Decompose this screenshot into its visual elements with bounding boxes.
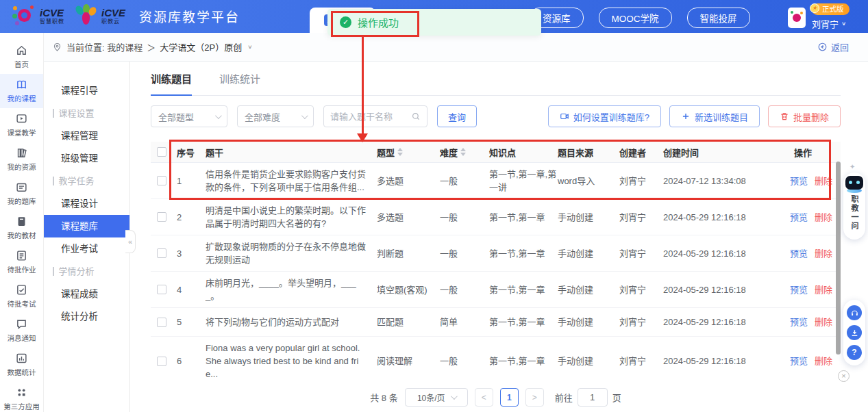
sidebar-item-label: 第三方应用: [3, 401, 40, 411]
difficulty: 一般: [440, 247, 489, 260]
submenu-collapse-handle[interactable]: «: [125, 230, 136, 253]
sidebar-item-我的课程[interactable]: 我的课程: [0, 74, 43, 108]
difficulty-select[interactable]: 全部难度: [237, 105, 314, 127]
row-checkbox[interactable]: [157, 248, 166, 258]
breadcrumb-current[interactable]: 大学语文（2P）原创: [160, 40, 242, 53]
vertical-scrollbar[interactable]: [836, 162, 841, 355]
add-training-questions-button[interactable]: 新选训练题目: [669, 105, 760, 127]
breadcrumb-separator: ＞: [147, 40, 156, 53]
row-checkbox[interactable]: [157, 176, 166, 185]
exam-icon: [16, 284, 27, 296]
download-button[interactable]: [847, 325, 862, 340]
sidebar-item-待批作业[interactable]: 待批作业: [0, 245, 43, 279]
prev-page-button[interactable]: <: [475, 388, 493, 407]
sort-caret-icon[interactable]: [397, 148, 403, 156]
next-page-button[interactable]: >: [525, 388, 544, 407]
tab-训练题目[interactable]: 训练题目: [151, 62, 192, 95]
created-time: 2024-05-29 12:16:18: [663, 283, 767, 296]
question-type: 匹配题: [377, 316, 440, 329]
delete-link[interactable]: 删除: [815, 212, 832, 222]
nav-mooc-academy[interactable]: MOOC学院: [599, 8, 672, 28]
row-checkbox[interactable]: [157, 285, 166, 294]
user-area[interactable]: ★正式版 刘宵宁∨: [788, 3, 850, 30]
row-checkbox[interactable]: [157, 212, 166, 222]
sidebar-item-label: 我的题库: [8, 196, 36, 206]
breadcrumb-bar: 当前位置: 我的课程 ＞ 大学语文（2P）原创 ∨ 返回: [44, 33, 868, 62]
sidebar-item-课堂教学[interactable]: 课堂教学: [0, 108, 43, 142]
setup-guide-button[interactable]: 如何设置训练题库?: [548, 105, 661, 127]
delete-link[interactable]: 删除: [815, 317, 832, 327]
back-button[interactable]: 返回: [817, 40, 849, 53]
submenu-item-作业考试[interactable]: 作业考试: [44, 237, 129, 260]
preview-link[interactable]: 预览: [790, 212, 808, 222]
row-checkbox[interactable]: [157, 318, 166, 327]
row-checkbox[interactable]: [157, 357, 166, 366]
logo-tagline: 职教云: [101, 19, 125, 25]
delete-link[interactable]: 删除: [815, 176, 832, 186]
goto-page-input[interactable]: [578, 388, 608, 407]
search-icon: [411, 112, 421, 121]
preview-link[interactable]: 预览: [790, 285, 808, 295]
submenu-item-课程设计[interactable]: 课程设计: [44, 192, 129, 215]
sidebar-item-数据统计[interactable]: 数据统计: [0, 348, 43, 382]
creator: 刘宵宁: [619, 175, 663, 188]
question-source: 手动创建: [558, 316, 619, 329]
tab-训练统计[interactable]: 训练统计: [219, 62, 260, 95]
submenu-item-班级管理[interactable]: 班级管理: [44, 147, 129, 170]
logo-tagline: 智慧职教: [40, 19, 64, 25]
table-actions: 如何设置训练题库? 新选训练题目 批量删除: [548, 105, 841, 127]
home-icon: [16, 44, 27, 56]
sidebar-item-首页[interactable]: 首页: [0, 40, 43, 74]
customer-service-button[interactable]: [847, 305, 862, 320]
page-size-select[interactable]: 10条/页: [405, 388, 468, 407]
question-source: 手动创建: [558, 247, 619, 260]
sidebar-item-待批考试[interactable]: 待批考试: [0, 279, 43, 313]
goto-page: 前往 页: [555, 388, 621, 407]
column-header-难度[interactable]: 难度: [440, 146, 489, 159]
submenu-item-课程管理[interactable]: 课程管理: [44, 125, 129, 147]
trash-icon: [780, 112, 789, 121]
column-header-知识点: 知识点: [489, 146, 558, 159]
medal-icon: ★: [810, 3, 819, 13]
delete-link[interactable]: 删除: [815, 248, 832, 259]
batch-delete-button[interactable]: 批量删除: [768, 105, 841, 127]
submenu-section-课程设置: 课程设置: [44, 102, 129, 125]
version-badge: ★正式版: [812, 3, 850, 15]
sidebar-item-我的教材[interactable]: 我的教材: [0, 211, 43, 245]
submenu-item-统计分析[interactable]: 统计分析: [44, 305, 129, 328]
query-button[interactable]: 查询: [437, 105, 477, 127]
preview-link[interactable]: 预览: [790, 248, 808, 259]
created-time: 2024-07-12 13:34:08: [663, 175, 767, 188]
breadcrumb-prefix[interactable]: 当前位置: 我的课程: [66, 40, 142, 53]
question-type: 多选题: [377, 211, 440, 224]
total-count: 共 8 条: [370, 391, 397, 404]
preview-link[interactable]: 预览: [790, 356, 808, 366]
question-type-select[interactable]: 全部题型: [151, 105, 227, 127]
sidebar-item-第三方应用[interactable]: 第三方应用: [0, 382, 43, 412]
submenu-item-课程引导[interactable]: 课程引导: [44, 79, 129, 102]
sidebar-item-我的题库[interactable]: 我的题库: [0, 177, 43, 211]
sidebar-item-消息通知[interactable]: 消息通知: [0, 313, 43, 348]
ai-assistant-widget[interactable]: 职教一问: [843, 172, 865, 240]
submenu-item-课程题库[interactable]: 课程题库: [44, 215, 129, 237]
preview-link[interactable]: 预览: [790, 176, 808, 186]
help-button[interactable]: ?: [847, 345, 862, 360]
delete-link[interactable]: 删除: [815, 285, 832, 295]
content-tabs: 训练题目训练统计: [151, 62, 841, 96]
stem-search-input[interactable]: [330, 112, 411, 122]
current-page-button[interactable]: 1: [500, 388, 519, 407]
close-widget-button[interactable]: ×: [838, 370, 850, 382]
apps-icon: [16, 387, 27, 398]
submenu-item-课程成绩[interactable]: 课程成绩: [44, 283, 129, 305]
created-time: 2024-05-29 12:16:18: [663, 247, 767, 260]
breadcrumb: 当前位置: 我的课程 ＞ 大学语文（2P）原创 ∨: [52, 40, 252, 53]
preview-link[interactable]: 预览: [790, 317, 808, 327]
nav-smart-cast[interactable]: 智能投屏: [687, 8, 750, 28]
sort-caret-icon[interactable]: [460, 148, 466, 156]
chevron-down-icon[interactable]: ∨: [247, 44, 252, 50]
sidebar-item-我的资源[interactable]: 我的资源: [0, 142, 43, 177]
column-header-题型[interactable]: 题型: [377, 146, 440, 159]
delete-link[interactable]: 删除: [815, 356, 832, 366]
username[interactable]: 刘宵宁∨: [812, 17, 846, 30]
select-all-checkbox[interactable]: [157, 147, 166, 157]
